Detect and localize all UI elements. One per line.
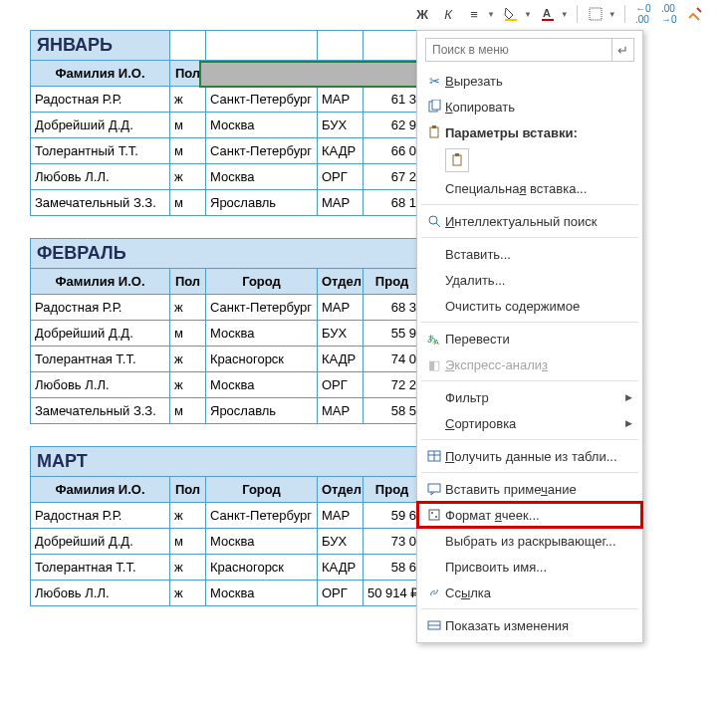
cell-city[interactable]: Москва xyxy=(206,529,318,555)
bold-button[interactable]: Ж xyxy=(412,4,432,24)
menu-format-cells[interactable]: Формат ячеек... xyxy=(417,502,642,528)
cell-city[interactable]: Санкт-Петербург xyxy=(206,87,318,113)
italic-button[interactable]: К xyxy=(438,4,458,24)
selected-cell[interactable] xyxy=(170,31,206,61)
cell-city[interactable]: Москва xyxy=(206,372,318,398)
cell-dept[interactable]: МАР xyxy=(318,503,364,529)
cell-sales[interactable]: 72 2 xyxy=(364,372,421,398)
menu-hyperlink[interactable]: Ссылка xyxy=(417,580,642,605)
cell-sex[interactable]: ж xyxy=(170,347,206,372)
font-color-button[interactable]: A xyxy=(538,4,558,24)
column-header-sex[interactable]: Пол xyxy=(170,269,206,295)
cell-city[interactable]: Красногорск xyxy=(206,347,318,372)
column-header-name[interactable]: Фамилия И.О. xyxy=(31,269,170,295)
cell-name[interactable]: Радостная Р.Р. xyxy=(31,295,170,321)
column-header-dept[interactable]: Отдел xyxy=(318,61,364,87)
cell-name[interactable]: Толерантная Т.Т. xyxy=(31,347,170,372)
cell-city[interactable]: Санкт-Петербург xyxy=(206,295,318,321)
cell-name[interactable]: Толерантная Т.Т. xyxy=(31,555,170,581)
decrease-decimal-button[interactable]: ←0.00 xyxy=(633,4,653,24)
borders-button[interactable] xyxy=(586,4,606,24)
cell-city[interactable]: Ярославль xyxy=(206,190,318,216)
menu-copy[interactable]: Копировать xyxy=(417,94,642,119)
menu-delete[interactable]: Удалить... xyxy=(417,267,642,293)
cell-sex[interactable]: ж xyxy=(170,372,206,398)
table-title[interactable]: МАРТ xyxy=(31,447,421,477)
column-header-sales[interactable]: Прод xyxy=(364,61,421,87)
cell-sales[interactable]: 55 9 xyxy=(364,321,421,347)
cell-sales[interactable]: 68 1 xyxy=(364,190,421,216)
cell-city[interactable]: Ярославль xyxy=(206,398,318,424)
cell-sales[interactable]: 58 6 xyxy=(364,555,421,581)
cell-name[interactable]: Любовь Л.Л. xyxy=(31,372,170,398)
table-title[interactable]: ФЕВРАЛЬ xyxy=(31,239,421,269)
cell-dept[interactable]: МАР xyxy=(318,398,364,424)
cell-dept[interactable]: КАДР xyxy=(318,347,364,372)
menu-search-go-icon[interactable]: ↵ xyxy=(611,39,633,61)
cell-dept[interactable]: МАР xyxy=(318,295,364,321)
column-header-city[interactable]: Город xyxy=(206,477,318,503)
cell-name[interactable]: Замечательный З.З. xyxy=(31,190,170,216)
cell-sex[interactable]: м xyxy=(170,321,206,347)
cell-dept[interactable]: МАР xyxy=(318,87,364,113)
cell-dept[interactable]: МАР xyxy=(318,190,364,216)
menu-filter[interactable]: Фильтр ▶ xyxy=(417,384,642,410)
selected-cell[interactable] xyxy=(206,31,318,61)
menu-cut[interactable]: ✂ ВВырезатьырезать xyxy=(417,68,642,94)
cell-dept[interactable]: БУХ xyxy=(318,529,364,555)
cell-sex[interactable]: ж xyxy=(170,503,206,529)
cell-city[interactable]: Красногорск xyxy=(206,555,318,581)
cell-dept[interactable]: ОРГ xyxy=(318,372,364,398)
cell-name[interactable]: Любовь Л.Л. xyxy=(31,164,170,190)
cell-sales[interactable]: 74 0 xyxy=(364,347,421,372)
menu-clear-contents[interactable]: Очистить содержимое xyxy=(417,293,642,319)
cell-name[interactable]: Добрейший Д.Д. xyxy=(31,529,170,555)
menu-search[interactable]: ↵ xyxy=(425,38,634,62)
clear-formatting-button[interactable] xyxy=(685,4,705,24)
cell-sex[interactable]: ж xyxy=(170,164,206,190)
menu-search-input[interactable] xyxy=(426,43,611,57)
cell-sales[interactable]: 68 3 xyxy=(364,295,421,321)
cell-sex[interactable]: м xyxy=(170,138,206,164)
cell-sales[interactable]: 61 3 xyxy=(364,87,421,113)
column-header-sales[interactable]: Прод xyxy=(364,269,421,295)
column-header-sales[interactable]: Прод xyxy=(364,477,421,503)
selected-cell[interactable] xyxy=(318,31,364,61)
cell-sex[interactable]: м xyxy=(170,529,206,555)
cell-dept[interactable]: БУХ xyxy=(318,321,364,347)
cell-sex[interactable]: м xyxy=(170,398,206,424)
cell-sales[interactable]: 59 6 xyxy=(364,503,421,529)
cell-sex[interactable]: ж xyxy=(170,555,206,581)
selected-cell[interactable] xyxy=(364,31,421,61)
align-button[interactable]: ≡ xyxy=(464,4,484,24)
menu-sort[interactable]: Сортировка ▶ xyxy=(417,410,642,436)
cell-name[interactable]: Радостная Р.Р. xyxy=(31,503,170,529)
column-header-sex[interactable]: Пол xyxy=(170,61,206,87)
cell-sales[interactable]: 62 9 xyxy=(364,113,421,138)
cell-name[interactable]: Толерантный Т.Т. xyxy=(31,138,170,164)
cell-city[interactable]: Санкт-Петербург xyxy=(206,138,318,164)
cell-city[interactable]: Санкт-Петербург xyxy=(206,503,318,529)
cell-city[interactable]: Москва xyxy=(206,321,318,347)
cell-city[interactable]: Москва xyxy=(206,113,318,138)
column-header-name[interactable]: Фамилия И.О. xyxy=(31,61,170,87)
cell-city[interactable]: Москва xyxy=(206,164,318,190)
cell-sex[interactable]: ж xyxy=(170,581,206,606)
cell-dept[interactable]: КАДР xyxy=(318,555,364,581)
cell-dept[interactable]: БУХ xyxy=(318,113,364,138)
column-header-name[interactable]: Фамилия И.О. xyxy=(31,477,170,503)
cell-sex[interactable]: ж xyxy=(170,87,206,113)
fill-color-button[interactable] xyxy=(501,4,521,24)
cell-sex[interactable]: м xyxy=(170,190,206,216)
cell-sales[interactable]: 66 0 xyxy=(364,138,421,164)
cell-city[interactable]: Москва xyxy=(206,581,318,606)
cell-sales[interactable]: 67 2 xyxy=(364,164,421,190)
cell-sales[interactable]: 73 0 xyxy=(364,529,421,555)
menu-show-changes[interactable]: Показать изменения xyxy=(417,612,642,638)
menu-get-from-table[interactable]: Получить данные из табли... xyxy=(417,443,642,469)
menu-translate[interactable]: あA Перевести xyxy=(417,326,642,351)
column-header-dept[interactable]: Отдел xyxy=(318,269,364,295)
cell-name[interactable]: Радостная Р.Р. xyxy=(31,87,170,113)
menu-define-name[interactable]: Присвоить имя... xyxy=(417,554,642,580)
paste-default-button[interactable] xyxy=(445,148,469,172)
